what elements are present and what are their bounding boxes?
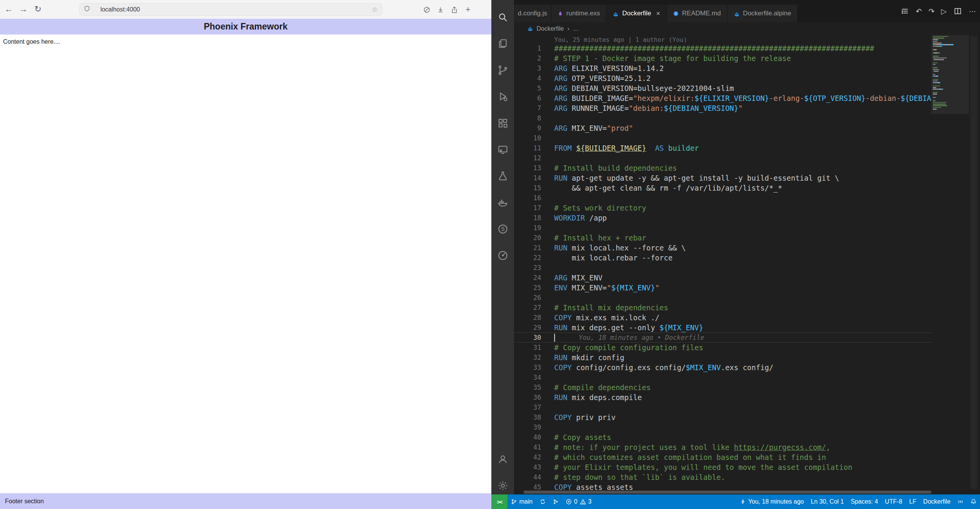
more-actions-icon[interactable]: ⋯ <box>969 7 976 16</box>
back-icon[interactable]: ← <box>3 3 15 15</box>
reload-icon[interactable]: ↻ <box>32 3 44 15</box>
code-line-9[interactable]: 9ARG MIX_ENV="prod" <box>514 123 931 133</box>
code-line-11[interactable]: 11FROM ${BUILDER_IMAGE} AS builder <box>514 143 931 153</box>
line-number[interactable]: 4 <box>514 73 541 83</box>
code-line-43[interactable]: 43# your Elixir templates, you will need… <box>514 462 931 472</box>
code-line-10[interactable]: 10 <box>514 133 931 143</box>
code-line-27[interactable]: 27# Install mix dependencies <box>514 303 931 313</box>
code-line-3[interactable]: 3ARG ELIXIR_VERSION=1.14.2 <box>514 63 931 73</box>
explorer-icon[interactable] <box>496 37 509 50</box>
breadcrumb-symbol[interactable]: … <box>573 25 579 32</box>
gitlens-blame-item[interactable]: You, 18 minutes ago <box>737 494 807 509</box>
language-mode-item[interactable]: Dockerfile <box>920 494 954 509</box>
line-number[interactable]: 27 <box>514 303 541 313</box>
code-line-13[interactable]: 13# Install build dependencies <box>514 163 931 173</box>
line-number[interactable]: 8 <box>514 113 541 123</box>
line-number[interactable]: 32 <box>514 353 541 362</box>
line-number[interactable]: 44 <box>514 472 541 482</box>
content-blocker-icon[interactable] <box>421 4 432 15</box>
code-line-16[interactable]: 16 <box>514 193 931 203</box>
code-line-42[interactable]: 42# which customizes asset compilation b… <box>514 452 931 462</box>
notifications-bell-icon[interactable] <box>967 494 980 509</box>
code-line-5[interactable]: 5ARG DEBIAN_VERSION=bullseye-20221004-sl… <box>514 83 931 93</box>
vertical-scrollbar[interactable] <box>970 36 977 489</box>
tab-Dockerfile[interactable]: Dockerfile× <box>606 5 666 22</box>
eol-item[interactable]: LF <box>906 494 920 509</box>
line-number[interactable]: 7 <box>514 103 541 113</box>
line-number[interactable]: 35 <box>514 382 541 392</box>
line-number[interactable]: 16 <box>514 193 541 203</box>
code-line-19[interactable]: 19 <box>514 223 931 233</box>
line-number[interactable]: 43 <box>514 462 541 472</box>
tab-runtime.exs[interactable]: runtime.exs <box>552 5 607 22</box>
line-number[interactable]: 6 <box>514 93 541 103</box>
line-number[interactable]: 41 <box>514 442 541 452</box>
line-number[interactable]: 13 <box>514 163 541 173</box>
line-number[interactable]: 9 <box>514 123 541 133</box>
line-number[interactable]: 24 <box>514 273 541 283</box>
line-number[interactable]: 22 <box>514 253 541 263</box>
forward-icon[interactable]: → <box>18 3 29 15</box>
code-line-39[interactable]: 39 <box>514 422 931 432</box>
editor-viewport[interactable]: You, 25 minutes ago | 1 author (You) 1##… <box>514 35 931 494</box>
code-line-1[interactable]: 1#######################################… <box>514 43 931 53</box>
line-number[interactable]: 21 <box>514 243 541 253</box>
code-line-18[interactable]: 18WORKDIR /app <box>514 213 931 223</box>
tab-README.md[interactable]: README.md <box>667 5 727 22</box>
code-line-24[interactable]: 24ARG MIX_ENV <box>514 273 931 283</box>
line-number[interactable]: 3 <box>514 63 541 73</box>
code-line-37[interactable]: 37 <box>514 402 931 412</box>
code-line-33[interactable]: 33COPY config/config.exs config/$MIX_ENV… <box>514 362 931 372</box>
code-line-40[interactable]: 40# Copy assets <box>514 432 931 442</box>
code-line-4[interactable]: 4ARG OTP_VERSION=25.1.2 <box>514 73 931 83</box>
code-line-44[interactable]: 44# step down so that `lib` is available… <box>514 472 931 482</box>
code-line-20[interactable]: 20# Install hex + rebar <box>514 233 931 243</box>
breadcrumb[interactable]: Dockerfile › … <box>514 22 980 35</box>
encoding-item[interactable]: UTF-8 <box>882 494 906 509</box>
code-line-2[interactable]: 2# STEP 1 - Docker image stage for build… <box>514 53 931 63</box>
line-number[interactable]: 39 <box>514 422 541 432</box>
code-line-21[interactable]: 21RUN mix local.hex --force && \ <box>514 243 931 253</box>
line-number[interactable]: 31 <box>514 343 541 353</box>
url-text[interactable]: localhost:4000 <box>100 6 372 13</box>
tab-Dockerfile.alpine[interactable]: Dockerfile.alpine <box>727 5 798 22</box>
code-line-36[interactable]: 36RUN mix deps.compile <box>514 392 931 402</box>
line-number[interactable]: 23 <box>514 263 541 273</box>
settings-gear-icon[interactable] <box>496 479 509 492</box>
line-number[interactable]: 18 <box>514 213 541 223</box>
accounts-icon[interactable] <box>496 453 509 466</box>
line-number[interactable]: 28 <box>514 313 541 323</box>
line-number[interactable]: 38 <box>514 412 541 422</box>
outline-icon[interactable] <box>900 7 909 16</box>
close-icon[interactable]: × <box>656 10 660 18</box>
git-graph-icon[interactable] <box>549 494 562 509</box>
line-number[interactable]: 14 <box>514 173 541 183</box>
code-line-38[interactable]: 38COPY priv priv <box>514 412 931 422</box>
code-line-30[interactable]: 30You, 18 minutes ago • Dockerfile <box>514 333 931 343</box>
code-line-28[interactable]: 28COPY mix.exs mix.lock ./ <box>514 313 931 323</box>
search-icon[interactable] <box>496 11 509 24</box>
line-number[interactable]: 19 <box>514 223 541 233</box>
run-file-icon[interactable]: ▷ <box>941 7 947 16</box>
navigate-forward-icon[interactable]: ↷ <box>928 7 934 16</box>
line-number[interactable]: 17 <box>514 203 541 213</box>
line-number[interactable]: 12 <box>514 153 541 163</box>
remote-indicator[interactable]: >< <box>491 494 507 509</box>
cursor-position-item[interactable]: Ln 30, Col 1 <box>807 494 847 509</box>
branch-item[interactable]: main <box>507 494 536 509</box>
code-line-29[interactable]: 29RUN mix deps.get --only ${MIX_ENV} <box>514 323 931 333</box>
sync-icon[interactable] <box>536 494 549 509</box>
code-line-32[interactable]: 32RUN mkdir config <box>514 353 931 362</box>
code-line-23[interactable]: 23 <box>514 263 931 273</box>
breadcrumb-file[interactable]: Dockerfile <box>537 25 564 32</box>
docker-icon[interactable] <box>496 196 509 209</box>
minimap[interactable] <box>931 35 969 494</box>
line-number[interactable]: 37 <box>514 402 541 412</box>
run-debug-icon[interactable] <box>496 90 509 103</box>
line-number[interactable]: 33 <box>514 362 541 372</box>
code-line-35[interactable]: 35# Compile dependencies <box>514 382 931 392</box>
line-number[interactable]: 36 <box>514 392 541 402</box>
code-line-12[interactable]: 12 <box>514 153 931 163</box>
line-number[interactable]: 29 <box>514 323 541 333</box>
navigate-back-icon[interactable]: ↶ <box>916 7 922 16</box>
